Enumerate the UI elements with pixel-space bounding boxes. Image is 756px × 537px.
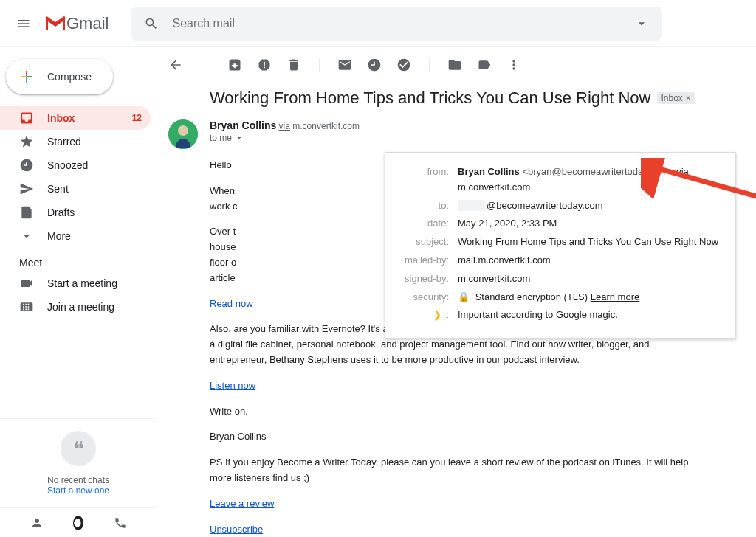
search-icon[interactable] — [137, 9, 166, 38]
svg-point-1 — [178, 125, 188, 136]
sidebar-item-label: Sent — [47, 183, 69, 195]
sidebar: Compose Inbox 12 Starred Snoozed Sent Dr… — [0, 47, 157, 537]
main-content: Working From Home Tips and Tricks You Ca… — [157, 47, 756, 537]
contacts-tab[interactable] — [0, 508, 73, 537]
hangouts-tab[interactable] — [73, 516, 83, 530]
chevron-down-icon — [19, 229, 34, 243]
move-to-button[interactable] — [447, 58, 462, 72]
meet-section-header: Meet — [0, 248, 157, 271]
clock-icon — [19, 158, 34, 173]
sidebar-item-snoozed[interactable]: Snoozed — [0, 153, 151, 177]
add-task-button[interactable] — [396, 58, 411, 72]
sidebar-item-label: Snoozed — [47, 159, 88, 171]
sidebar-item-sent[interactable]: Sent — [0, 177, 151, 201]
email-subject: Working From Home Tips and Tricks You Ca… — [210, 89, 651, 108]
chevron-down-icon — [235, 134, 244, 142]
sidebar-item-label: More — [47, 230, 71, 242]
start-meeting[interactable]: Start a meeting — [0, 271, 157, 295]
via-domain: m.convertkit.com — [292, 121, 360, 131]
sender-avatar[interactable] — [168, 119, 198, 149]
sidebar-item-starred[interactable]: Starred — [0, 130, 151, 153]
hangouts-panel: ❝ No recent chats Start a new one — [0, 418, 157, 507]
meet-label: Start a meeting — [47, 277, 117, 289]
search-options-dropdown[interactable] — [627, 9, 656, 38]
more-button[interactable] — [506, 58, 521, 72]
email-body: Hello Whenwork c Over thousefloor oartic… — [157, 152, 744, 537]
importance-icon: ❯ — [433, 309, 441, 320]
snooze-button[interactable] — [367, 58, 382, 72]
via-label: via — [279, 121, 290, 131]
logo-text: Gmail — [66, 14, 109, 33]
subject-row: Working From Home Tips and Tricks You Ca… — [157, 83, 744, 114]
listen-now-link[interactable]: Listen now — [210, 380, 255, 391]
video-icon — [19, 276, 34, 291]
mark-unread-button[interactable] — [337, 58, 352, 72]
close-icon[interactable]: × — [686, 93, 691, 103]
delete-button[interactable] — [286, 58, 301, 72]
sidebar-item-label: Inbox — [47, 112, 75, 124]
phone-tab[interactable] — [83, 508, 157, 537]
search-input[interactable] — [166, 17, 627, 30]
label-chip[interactable]: Inbox× — [657, 92, 695, 104]
back-button[interactable] — [168, 58, 183, 72]
inbox-icon — [19, 111, 34, 125]
hangouts-icon: ❝ — [61, 431, 96, 466]
email-header: Bryan Collins via m.convertkit.com to me — [157, 114, 744, 152]
learn-more-link[interactable]: Learn more — [591, 291, 639, 302]
keyboard-icon — [19, 299, 34, 314]
labels-button[interactable] — [477, 58, 492, 72]
spam-button[interactable] — [257, 58, 272, 72]
read-now-link[interactable]: Read now — [210, 298, 253, 309]
email-toolbar — [157, 47, 744, 83]
unsubscribe-link[interactable]: Unsubscribe — [210, 524, 263, 535]
inbox-count: 12 — [132, 113, 142, 123]
compose-button[interactable]: Compose — [6, 59, 113, 94]
hangouts-empty-text: No recent chats — [12, 475, 145, 485]
sidebar-item-label: Drafts — [47, 207, 75, 218]
sidebar-item-more[interactable]: More — [0, 224, 151, 248]
sidebar-item-label: Starred — [47, 136, 81, 148]
gmail-logo[interactable]: Gmail — [41, 14, 131, 33]
join-meeting[interactable]: Join a meeting — [0, 295, 157, 319]
plus-icon — [15, 65, 38, 89]
to-dropdown[interactable]: to me — [210, 133, 360, 143]
sent-icon — [19, 181, 34, 196]
sidebar-item-drafts[interactable]: Drafts — [0, 201, 151, 224]
archive-button[interactable] — [227, 58, 242, 72]
message-details-popover: from:Bryan Collins <bryan@becomeawritert… — [385, 152, 736, 339]
star-icon — [19, 134, 34, 149]
sidebar-footer — [0, 507, 157, 537]
lock-icon: 🔒 — [458, 291, 470, 302]
drafts-icon — [19, 205, 34, 220]
app-header: Gmail — [0, 0, 756, 47]
sender-name: Bryan Collins — [210, 119, 276, 131]
compose-label: Compose — [47, 71, 92, 83]
search-bar[interactable] — [131, 7, 662, 41]
main-menu-button[interactable] — [6, 6, 41, 41]
leave-review-link[interactable]: Leave a review — [210, 498, 274, 509]
meet-label: Join a meeting — [47, 301, 114, 313]
sidebar-item-inbox[interactable]: Inbox 12 — [0, 106, 151, 130]
hangouts-start-link[interactable]: Start a new one — [12, 485, 145, 496]
